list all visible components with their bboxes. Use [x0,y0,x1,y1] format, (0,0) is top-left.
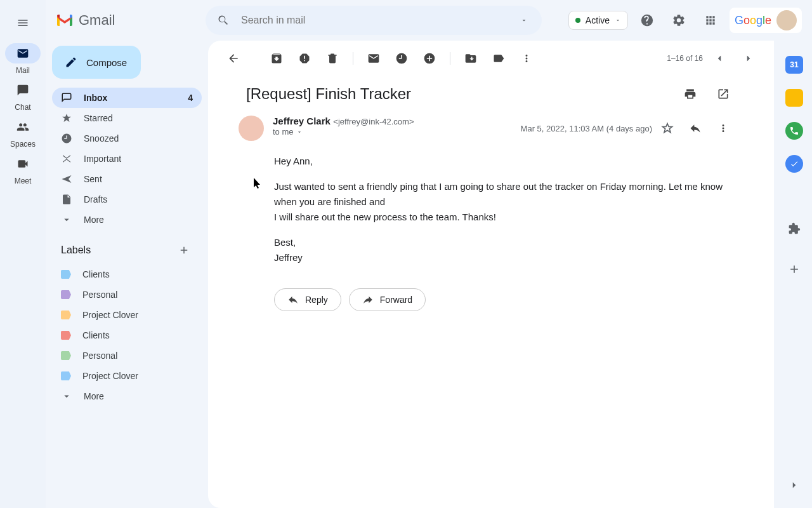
spam-button[interactable] [292,46,317,71]
keep-addon[interactable] [785,89,803,107]
get-addons-button[interactable] [782,257,807,282]
snooze-button[interactable] [389,46,414,71]
search-input[interactable] [236,15,511,26]
calendar-addon[interactable]: 31 [785,56,803,74]
move-button[interactable] [458,46,483,71]
print-button[interactable] [678,81,703,107]
sidebar: Compose Inbox4StarredSnoozedImportantSen… [46,41,208,508]
archive-button[interactable] [264,46,289,71]
move-to-icon [464,52,477,65]
search-button[interactable] [211,8,236,33]
meet-icon [16,157,29,170]
gmail-logo[interactable]: Gmail [56,12,195,29]
pencil-icon [65,56,77,69]
important-icon [61,153,72,164]
labels-more[interactable]: More [52,386,202,406]
main-menu-button[interactable] [10,10,36,36]
more-vert-icon [717,123,729,134]
nav-drafts[interactable]: Drafts [52,189,202,210]
tasks-addon[interactable] [785,122,803,140]
app-name: Gmail [79,12,115,29]
mail-icon [16,47,29,60]
star-button[interactable] [655,116,680,141]
addons-button[interactable] [782,216,807,241]
next-button[interactable] [736,46,761,71]
nav-starred[interactable]: Starred [52,108,202,128]
settings-button[interactable] [666,8,691,33]
sent-icon [61,173,72,185]
left-rail: MailChatSpacesMeet [0,0,46,508]
header: Gmail Active [46,0,812,41]
nav-snoozed[interactable]: Snoozed [52,128,202,149]
reply-button[interactable]: Reply [274,288,341,311]
spaces-icon [16,121,29,133]
label-item[interactable]: Personal [52,345,202,366]
reply-icon-button[interactable] [683,116,708,141]
status-dot-icon [575,18,580,23]
help-button[interactable] [634,8,660,33]
labels-button[interactable] [486,46,511,71]
apps-button[interactable] [698,8,723,33]
caret-down-icon [615,17,621,23]
trash-icon [326,52,339,65]
hamburger-icon [16,17,29,29]
more-vert-icon [521,53,532,64]
label-item[interactable]: Clients [52,264,202,284]
rail-meet[interactable]: Meet [5,151,41,188]
nav-important[interactable]: Important [52,149,202,169]
compose-label: Compose [86,57,127,68]
recipient-toggle[interactable]: to me [273,127,512,137]
rail-chat[interactable]: Chat [5,77,41,114]
compose-button[interactable]: Compose [52,46,141,79]
google-account-chip[interactable]: Google [730,8,802,33]
print-icon [684,88,697,100]
nav-more[interactable]: More [52,210,202,230]
open-in-new-icon [717,88,730,100]
label-color-icon [61,371,71,380]
forward-icon [362,294,374,305]
caret-down-icon [296,129,303,135]
gear-icon [672,13,686,27]
drafts-icon [61,194,72,205]
forward-button[interactable]: Forward [349,288,426,311]
label-item[interactable]: Personal [52,284,202,305]
collapse-panel-button[interactable] [782,472,807,498]
prev-button[interactable] [707,46,732,71]
email-body: Hey Ann, Just wanted to sent a friendly … [208,141,774,276]
back-button[interactable] [221,46,246,71]
search-bar[interactable] [206,6,542,35]
label-item[interactable]: Project Clover [52,366,202,386]
status-label: Active [586,15,610,25]
side-panel: 31 [776,41,812,508]
nav-sent[interactable]: Sent [52,169,202,189]
sender-avatar[interactable] [239,116,264,141]
add-task-button[interactable] [417,46,442,71]
chevron-right-icon [743,53,754,64]
status-selector[interactable]: Active [568,11,628,30]
label-item[interactable]: Project Clover [52,305,202,325]
google-logo: Google [735,14,771,27]
chat-icon [16,84,29,97]
user-avatar[interactable] [776,10,797,30]
chevron-right-icon [789,479,800,491]
nav-inbox[interactable]: Inbox4 [52,88,202,108]
more-actions-button[interactable] [514,46,539,71]
more-icon [61,214,72,225]
add-label-button[interactable] [175,241,193,259]
label-color-icon [61,290,71,299]
message-pane: 1–16 of 16 [Request] Finish Tracker Jeff… [208,41,774,508]
label-item[interactable]: Clients [52,325,202,345]
delete-button[interactable] [320,46,345,71]
rail-spaces[interactable]: Spaces [5,114,41,151]
search-options-button[interactable] [511,8,537,33]
message-more-button[interactable] [710,116,736,141]
clock-icon [395,52,408,65]
help-icon [640,13,654,27]
rail-mail[interactable]: Mail [5,41,41,77]
sender-email: <jeffrey@ink-42.com> [333,117,414,126]
caret-down-icon [520,17,528,24]
open-new-window-button[interactable] [710,81,736,107]
contacts-addon[interactable] [785,155,803,173]
search-icon [217,14,230,27]
mark-unread-button[interactable] [361,46,386,71]
